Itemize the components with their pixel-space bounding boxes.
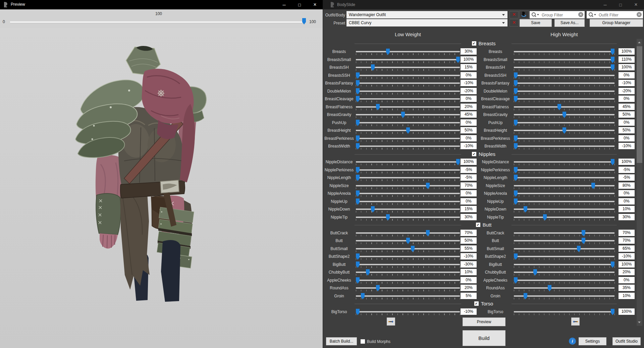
slider-track-AppleCheeks-high[interactable] xyxy=(514,280,614,281)
preview-button[interactable]: Preview xyxy=(463,317,505,326)
slider-track-NippleAreola-high[interactable] xyxy=(514,193,614,194)
slider-value-Breasts-low[interactable]: 30% xyxy=(461,48,477,55)
slider-track-ButtShape2-low[interactable] xyxy=(356,256,460,257)
slider-track-RoundAss-high[interactable] xyxy=(514,287,614,289)
section-checkbox-breasts[interactable]: ✔ xyxy=(472,41,476,46)
section-checkbox-torso[interactable]: ✔ xyxy=(474,301,479,306)
slider-track-BreastCleavage-high[interactable] xyxy=(514,98,614,100)
slider-value-AppleCheeks-high[interactable]: 0% xyxy=(619,277,635,283)
slider-value-NippleDistance-low[interactable]: 100% xyxy=(461,159,477,165)
slider-value-Groin-high[interactable]: 10% xyxy=(619,293,635,299)
slider-track-NippleSize-high[interactable] xyxy=(514,185,614,186)
slider-track-NipplePerkiness-low[interactable] xyxy=(356,169,460,171)
slider-track-BreastPerkiness-low[interactable] xyxy=(356,138,460,139)
slider-track-PushUp-low[interactable] xyxy=(356,122,460,123)
slider-track-Groin-low[interactable] xyxy=(356,295,460,297)
slider-track-NippleAreola-low[interactable] xyxy=(356,193,460,194)
slider-value-NipplePerkiness-high[interactable]: -5% xyxy=(619,167,635,173)
slider-value-ChubbyButt-high[interactable]: 20% xyxy=(619,269,635,275)
slider-track-BreastsSmall-low[interactable] xyxy=(356,59,460,60)
slider-track-NippleUp-low[interactable] xyxy=(356,201,460,202)
vertical-scrollbar[interactable] xyxy=(637,39,642,326)
slider-track-BigButt-low[interactable] xyxy=(356,264,460,265)
slider-value-BreastPerkiness-low[interactable]: 0% xyxy=(461,135,477,141)
slider-track-NippleDown-high[interactable] xyxy=(514,209,614,210)
slider-track-BreastFlatness-high[interactable] xyxy=(514,106,614,108)
slider-value-BreastHeight-low[interactable]: 50% xyxy=(461,127,477,133)
slider-value-NippleUp-high[interactable]: 0% xyxy=(619,198,635,205)
slider-track-NipplePerkiness-high[interactable] xyxy=(514,169,614,171)
slider-track-BreastCleavage-low[interactable] xyxy=(356,98,460,100)
slider-value-BigButt-low[interactable]: -30% xyxy=(461,261,477,268)
slider-track-BreastFlatness-low[interactable] xyxy=(356,106,460,108)
slider-value-BreastCleavage-low[interactable]: 0% xyxy=(461,96,477,102)
slider-value-BreastWidth-low[interactable]: -10% xyxy=(461,143,477,149)
slider-value-ButtSmall-high[interactable]: 65% xyxy=(619,245,635,252)
slider-track-NippleUp-high[interactable] xyxy=(514,201,614,202)
slider-value-AppleCheeks-low[interactable]: 0% xyxy=(461,277,477,283)
slider-track-ChubbyButt-high[interactable] xyxy=(514,272,614,273)
slider-track-Groin-high[interactable] xyxy=(514,295,614,297)
slider-track-Breasts-high[interactable] xyxy=(514,51,614,52)
build-button[interactable]: Build xyxy=(463,330,505,346)
slider-track-ButtSmall-high[interactable] xyxy=(514,248,614,249)
slider-track-NippleDistance-low[interactable] xyxy=(356,161,460,163)
slider-track-RoundAss-low[interactable] xyxy=(356,287,460,289)
slider-value-Butt-high[interactable]: 70% xyxy=(619,237,635,244)
slider-value-NipplePerkiness-low[interactable]: -5% xyxy=(461,167,477,173)
slider-track-AppleCheeks-low[interactable] xyxy=(356,280,460,281)
build-morphs-checkbox[interactable] xyxy=(361,339,365,344)
slider-value-PushUp-high[interactable]: 0% xyxy=(619,119,635,126)
settings-button[interactable]: Settings xyxy=(579,337,606,345)
slider-value-NippleUp-low[interactable]: 0% xyxy=(461,198,477,205)
slider-value-RoundAss-high[interactable]: 35% xyxy=(619,285,635,291)
slider-track-BreastsSmall-high[interactable] xyxy=(514,59,614,60)
slider-value-NippleLength-low[interactable]: -5% xyxy=(461,174,477,181)
slider-track-BreastsFantasy-low[interactable] xyxy=(356,82,460,84)
slider-value-BreastsSSH-high[interactable]: 0% xyxy=(619,72,635,78)
slider-value-BreastCleavage-high[interactable]: 0% xyxy=(619,96,635,102)
preview-weight-slider-handle[interactable] xyxy=(302,18,306,24)
slider-track-BreastPerkiness-high[interactable] xyxy=(514,138,614,139)
slider-track-Breasts-low[interactable] xyxy=(356,51,460,52)
slider-value-BigTorso-low[interactable]: -10% xyxy=(461,308,477,315)
slider-value-Groin-low[interactable]: 5% xyxy=(461,293,477,299)
slider-value-NippleSize-low[interactable]: 70% xyxy=(461,182,477,189)
slider-track-BreastWidth-low[interactable] xyxy=(356,146,460,147)
slider-track-BreastsSH-high[interactable] xyxy=(514,67,614,68)
slider-track-DoubleMelon-high[interactable] xyxy=(514,91,614,92)
info-button[interactable]: i xyxy=(569,338,576,345)
batch-build-button[interactable]: Batch Build... xyxy=(326,337,357,345)
copy-low-to-high-button[interactable] xyxy=(387,317,395,326)
slider-track-NippleTip-high[interactable] xyxy=(514,217,614,218)
slider-value-PushUp-low[interactable]: 0% xyxy=(461,119,477,126)
slider-value-NippleLength-high[interactable]: -5% xyxy=(619,174,635,181)
preview-titlebar[interactable]: Preview ─ □ × xyxy=(0,0,323,9)
slider-track-BreastsSSH-low[interactable] xyxy=(356,75,460,76)
slider-value-NippleDown-high[interactable]: 10% xyxy=(619,206,635,212)
slider-value-RoundAss-low[interactable]: 20% xyxy=(461,285,477,291)
slider-track-NippleLength-high[interactable] xyxy=(514,177,614,178)
slider-track-ButtCrack-high[interactable] xyxy=(514,232,614,234)
slider-value-NippleTip-low[interactable]: 30% xyxy=(461,214,477,220)
slider-value-BreastsFantasy-low[interactable]: -10% xyxy=(461,80,477,86)
slider-value-ButtCrack-low[interactable]: 70% xyxy=(461,230,477,236)
slider-value-BreastFlatness-high[interactable]: 45% xyxy=(619,104,635,110)
slider-track-NippleDistance-high[interactable] xyxy=(514,161,614,163)
section-checkbox-nipples[interactable]: ✔ xyxy=(472,152,476,156)
slider-value-BreastPerkiness-high[interactable]: 0% xyxy=(619,135,635,141)
slider-track-BreastsSSH-high[interactable] xyxy=(514,75,614,76)
slider-value-BreastWidth-high[interactable]: -10% xyxy=(619,143,635,149)
close-button[interactable]: × xyxy=(307,0,323,9)
slider-value-NippleAreola-high[interactable]: 0% xyxy=(619,190,635,196)
slider-value-Butt-low[interactable]: 50% xyxy=(461,237,477,244)
slider-value-DoubleMelon-high[interactable]: -20% xyxy=(619,88,635,94)
slider-track-NippleTip-low[interactable] xyxy=(356,217,460,218)
slider-value-DoubleMelon-low[interactable]: -20% xyxy=(461,88,477,94)
slider-track-BreastGravity-low[interactable] xyxy=(356,114,460,115)
slider-value-BreastGravity-low[interactable]: 45% xyxy=(461,111,477,118)
slider-value-BreastsSmall-low[interactable]: 100% xyxy=(461,56,477,63)
preview-3d-viewport[interactable] xyxy=(0,28,323,348)
slider-value-BreastsFantasy-high[interactable]: -10% xyxy=(619,80,635,86)
slider-value-ButtCrack-high[interactable]: 70% xyxy=(619,230,635,236)
